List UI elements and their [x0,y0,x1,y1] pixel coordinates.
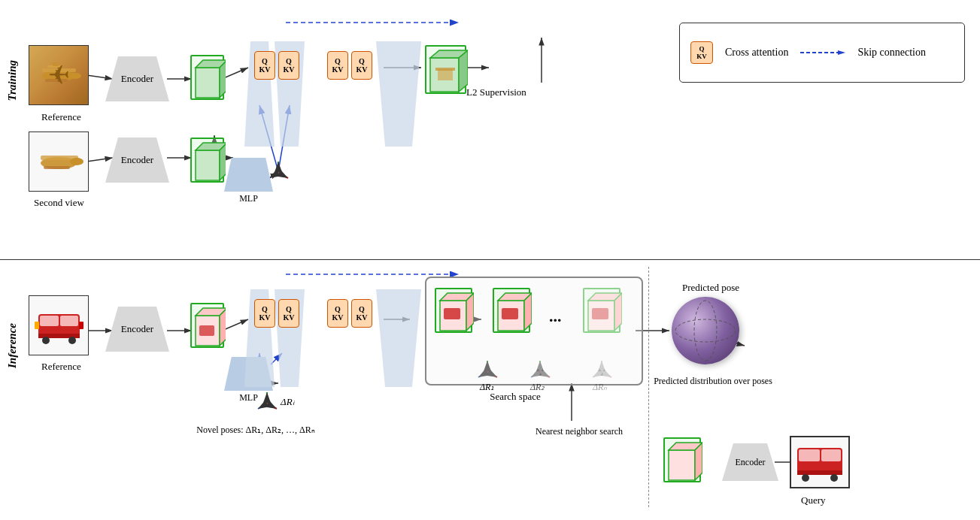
svg-rect-52 [47,65,61,68]
main-container: Training Inference Reference Secon [0,0,980,520]
search-cube2 [493,288,530,333]
svg-rect-50 [45,79,68,82]
svg-rect-49 [42,68,76,72]
query-label: Query [801,494,826,506]
inference-divider [648,267,649,507]
svg-line-17 [278,173,288,178]
svg-rect-103 [797,470,842,475]
svg-point-104 [802,474,809,482]
training-feat-cube1 [190,55,224,100]
svg-rect-53 [53,62,59,66]
predicted-dist-label: Predicted distribution over poses [653,376,773,387]
l2-supervision-label: L2 Supervision [466,86,526,98]
inference-qkv4: Q KV [351,299,372,328]
search-cube-n [583,288,620,333]
svg-rect-56 [44,166,70,169]
inference-qkv1: Q KV [254,299,275,328]
svg-point-75 [42,337,50,344]
query-encoder-label: Encoder [736,457,766,468]
training-feat-cube2 [190,138,224,183]
svg-rect-68 [435,68,455,71]
inference-reference-image [29,295,89,355]
inference-reference-label: Reference [41,361,81,373]
training-encoder1-shape: Encoder [105,56,169,101]
inference-qkv3: Q KV [327,299,348,328]
training-reference-label: Reference [41,111,81,123]
training-qkv2: Q KV [278,51,299,80]
search-space-dots: ... [549,307,562,326]
svg-marker-99 [695,443,702,480]
inference-label: Inference [6,323,19,368]
svg-rect-102 [821,449,841,461]
training-encoder2-shape: Encoder [105,138,169,183]
predicted-pose-label: Predicted pose [662,282,760,294]
query-encoder-shape: Encoder [722,443,778,481]
svg-point-105 [830,474,838,482]
svg-rect-67 [438,69,453,80]
svg-rect-61 [196,150,220,180]
inference-mlp-label: MLP [239,392,258,404]
training-qkv4: Q KV [351,51,372,80]
legend-skip-connection-text: Skip connection [857,47,926,59]
legend-box: Q KV Cross attention Skip connection [679,23,965,83]
nearest-neighbor-label: Nearest neighbor search [519,426,639,437]
svg-point-57 [70,158,83,165]
inference-novel-poses-label: Novel poses: ΔR₁, ΔR₂, …, ΔRₙ [150,425,361,436]
query-image [790,436,850,488]
svg-point-96 [694,301,717,361]
svg-point-51 [69,73,81,79]
inference-delta-ri-label: ΔRᵢ [281,396,294,408]
delta-r2-label: ΔR₂ [530,382,545,393]
svg-rect-90 [502,308,518,319]
training-mlp-label: MLP [239,193,258,204]
query-feat-cube [663,437,701,482]
delta-r1-label: ΔR₁ [480,382,494,393]
svg-rect-97 [669,450,695,480]
search-cube1 [435,288,472,333]
training-second-view-label: Second view [34,197,84,209]
training-second-view-image [29,132,89,192]
training-output-cube [425,45,466,94]
inference-qkv2: Q KV [278,299,299,328]
svg-rect-58 [196,68,220,98]
delta-rn-label: ΔRₙ [593,382,607,393]
svg-line-44 [267,404,277,409]
svg-rect-73 [60,316,78,326]
section-divider [0,259,980,260]
predicted-pose-sphere [672,297,739,364]
svg-marker-85 [466,293,474,331]
training-label: Training [6,60,19,101]
legend-qkv-box: Q KV [690,41,713,64]
training-encoder1-label: Encoder [121,73,153,85]
legend-cross-attention-text: Cross attention [725,47,788,59]
svg-marker-70 [838,50,845,55]
inference-feat-cube [190,303,224,348]
svg-rect-86 [444,308,460,319]
svg-point-76 [68,337,76,344]
training-encoder2-label: Encoder [121,154,153,166]
svg-rect-82 [199,325,214,336]
training-qkv1: Q KV [254,51,275,80]
legend-skip-arrow [800,47,845,59]
svg-rect-78 [79,322,83,329]
svg-rect-94 [592,308,608,319]
svg-rect-72 [40,316,59,326]
svg-rect-101 [799,449,820,461]
training-reference-image [29,45,89,105]
training-decoder [376,41,421,147]
training-qkv3: Q KV [327,51,348,80]
svg-marker-89 [524,293,532,331]
svg-marker-66 [459,50,468,92]
training-mlp-shape: MLP [224,158,273,192]
inference-encoder-label: Encoder [121,323,153,335]
svg-point-95 [675,319,736,342]
svg-rect-77 [35,322,39,329]
svg-marker-93 [614,293,622,331]
inference-decoder [376,289,421,387]
inference-encoder-shape: Encoder [105,307,169,352]
svg-line-45 [258,404,267,409]
